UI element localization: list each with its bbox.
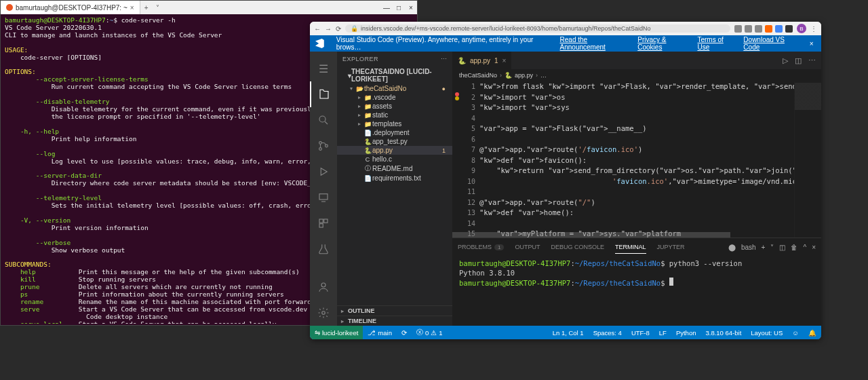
ext-icon[interactable] bbox=[734, 25, 742, 33]
debug-console-tab[interactable]: DEBUG CONSOLE bbox=[551, 241, 604, 253]
minimap[interactable] bbox=[794, 81, 821, 238]
terminal-tab[interactable]: bamurtaugh@DESKTOP-4I37HP7: ~ × bbox=[1, 1, 140, 14]
banner-link[interactable]: Download VS Code bbox=[743, 36, 797, 51]
extension-icons bbox=[734, 25, 793, 33]
browser-toolbar: ← → ⟳ 🔒 insiders.vscode.dev/+ms-vscode.r… bbox=[310, 22, 821, 35]
close-icon[interactable]: × bbox=[807, 40, 816, 48]
close-panel-icon[interactable]: × bbox=[812, 244, 816, 251]
output-tab[interactable]: OUTPUT bbox=[515, 241, 540, 253]
ext-icon[interactable] bbox=[755, 25, 762, 33]
source-control-icon[interactable] bbox=[310, 133, 337, 159]
profile-avatar[interactable]: B bbox=[797, 24, 806, 33]
file-tree: ▾📂theCatSaidNo●▸📁.vscode▸📁assets▸📁static… bbox=[337, 84, 452, 305]
editor-actions: ▷ ◫ ⋯ bbox=[777, 56, 821, 65]
workspace-root[interactable]: ▾ THECATSAIDNO [LUCID-LORIKEET] bbox=[337, 66, 452, 84]
tree-item-theCatSaidNo[interactable]: ▾📂theCatSaidNo● bbox=[337, 84, 452, 93]
more-icon[interactable]: ⋯ bbox=[441, 56, 448, 62]
banner-title: Visual Studio Code (Preview). Anywhere, … bbox=[336, 36, 541, 51]
breadcrumb[interactable]: theCatSaidNo› 🐍app.py› … bbox=[452, 69, 821, 81]
menu-icon[interactable]: ☰ bbox=[310, 56, 337, 81]
menu-button[interactable]: ⋮ bbox=[810, 25, 817, 33]
gear-icon[interactable] bbox=[310, 300, 337, 326]
new-tab-button[interactable]: + bbox=[140, 4, 153, 12]
reload-button[interactable]: ⟳ bbox=[336, 25, 341, 33]
outline-section[interactable]: ▸OUTLINE bbox=[337, 305, 452, 316]
indentation[interactable]: Spaces: 4 bbox=[589, 329, 627, 337]
terminal-dropdown-icon[interactable]: ˅ bbox=[770, 244, 774, 251]
remote-indicator[interactable]: ⇋lucid-lorikeet bbox=[310, 326, 363, 339]
svg-point-1 bbox=[319, 142, 322, 145]
panel-tabs: PROBLEMS1 OUTPUT DEBUG CONSOLE TERMINAL … bbox=[452, 238, 821, 256]
ext-icon[interactable] bbox=[745, 25, 752, 33]
terminal-titlebar: bamurtaugh@DESKTOP-4I37HP7: ~ × + ˅ — □ … bbox=[1, 1, 417, 14]
jupyter-tab[interactable]: JUPYTER bbox=[657, 241, 685, 253]
code-editor[interactable]: 1 2 3 4 5 6 7 8 9 10 11 12 13 14 15 "kw"… bbox=[452, 81, 821, 238]
problems-tab[interactable]: PROBLEMS1 bbox=[458, 241, 504, 253]
remote-explorer-icon[interactable] bbox=[310, 185, 337, 210]
bell-icon[interactable]: 🔔 bbox=[804, 329, 821, 337]
language-mode[interactable]: Python bbox=[671, 329, 701, 337]
svg-point-2 bbox=[319, 148, 322, 151]
close-button[interactable]: × bbox=[405, 4, 417, 12]
banner-link[interactable]: Privacy & Cookies bbox=[637, 36, 688, 51]
tree-item-app_test-py[interactable]: 🐍app_test.py bbox=[337, 137, 452, 146]
address-bar[interactable]: 🔒 insiders.vscode.dev/+ms-vscode.remote-… bbox=[345, 24, 730, 33]
code-content[interactable]: "kw">from flask "kw">import "var">Flask,… bbox=[479, 81, 794, 238]
python-interpreter[interactable]: 3.8.10 64-bit bbox=[701, 329, 746, 337]
problems-indicator[interactable]: ⓧ 0 ⚠ 1 bbox=[412, 328, 448, 337]
keyboard-layout[interactable]: Layout: US bbox=[746, 329, 787, 337]
extensions-icon[interactable] bbox=[310, 210, 337, 236]
ubuntu-icon bbox=[6, 4, 13, 11]
tree-item-README-md[interactable]: ⓘREADME.md bbox=[337, 164, 452, 174]
line-numbers: 1 2 3 4 5 6 7 8 9 10 11 12 13 14 15 bbox=[462, 81, 479, 238]
new-terminal-icon[interactable]: + bbox=[762, 244, 766, 251]
close-icon[interactable]: × bbox=[130, 4, 134, 12]
testing-icon[interactable] bbox=[310, 236, 337, 262]
search-icon[interactable] bbox=[310, 107, 337, 133]
run-debug-icon[interactable] bbox=[310, 159, 337, 185]
run-icon[interactable]: ▷ bbox=[783, 56, 788, 65]
more-icon[interactable]: ⋯ bbox=[808, 56, 816, 65]
terminal-content[interactable]: bamurtaugh@DESKTOP-4I37HP7:~/Repos/theCa… bbox=[452, 256, 821, 326]
split-terminal-icon[interactable]: ◫ bbox=[779, 244, 785, 251]
feedback-icon[interactable]: ☺ bbox=[787, 329, 804, 337]
forward-button[interactable]: → bbox=[325, 25, 332, 33]
close-icon[interactable]: × bbox=[502, 57, 507, 64]
shell-name[interactable]: bash bbox=[741, 244, 756, 251]
tree-item-assets[interactable]: ▸📁assets bbox=[337, 102, 452, 111]
timeline-section[interactable]: ▸TIMELINE bbox=[337, 316, 452, 326]
minimize-button[interactable]: — bbox=[380, 4, 393, 12]
ext-icon[interactable] bbox=[765, 25, 772, 33]
horizontal-scrollbar[interactable] bbox=[452, 232, 730, 238]
split-icon[interactable]: ◫ bbox=[795, 56, 802, 65]
editor-area: 🐍 app.py 1 × ▷ ◫ ⋯ theCatSaidNo› 🐍app.py… bbox=[452, 52, 821, 326]
tree-item-requirements-txt[interactable]: 📄requirements.txt bbox=[337, 174, 452, 183]
branch-indicator[interactable]: ⎇ main bbox=[363, 329, 397, 337]
tree-item--deployment[interactable]: 📄.deployment bbox=[337, 128, 452, 137]
cursor-pos[interactable]: Ln 1, Col 1 bbox=[548, 329, 589, 337]
eol[interactable]: LF bbox=[654, 329, 671, 337]
tree-item-hello-c[interactable]: Chello.c bbox=[337, 155, 452, 164]
editor-tab[interactable]: 🐍 app.py 1 × bbox=[452, 52, 511, 69]
back-button[interactable]: ← bbox=[314, 25, 321, 33]
maximize-button[interactable]: □ bbox=[393, 4, 405, 12]
terminal-tab[interactable]: TERMINAL bbox=[615, 241, 646, 254]
svg-rect-7 bbox=[319, 224, 323, 227]
trash-icon[interactable]: 🗑 bbox=[791, 244, 797, 251]
tree-item-templates[interactable]: ▸📁templates bbox=[337, 119, 452, 128]
maximize-panel-icon[interactable]: ^ bbox=[803, 244, 806, 251]
tree-item-static[interactable]: ▸📁static bbox=[337, 111, 452, 119]
banner-link[interactable]: Terms of Use bbox=[697, 36, 734, 51]
tab-dropdown[interactable]: ˅ bbox=[152, 4, 163, 12]
tree-item-app-py[interactable]: 🐍app.py1 bbox=[337, 146, 452, 155]
account-icon[interactable] bbox=[310, 274, 337, 300]
tree-item--vscode[interactable]: ▸📁.vscode bbox=[337, 93, 452, 102]
encoding[interactable]: UTF-8 bbox=[627, 329, 654, 337]
banner-link[interactable]: Read the Announcement bbox=[560, 36, 629, 51]
shell-icon: ⬤ bbox=[728, 244, 736, 251]
sync-indicator[interactable]: ⟳ bbox=[397, 329, 412, 337]
svg-point-0 bbox=[319, 116, 326, 122]
explorer-icon[interactable] bbox=[310, 81, 337, 107]
ext-icon[interactable] bbox=[775, 25, 783, 33]
ext-icon[interactable] bbox=[785, 25, 793, 33]
